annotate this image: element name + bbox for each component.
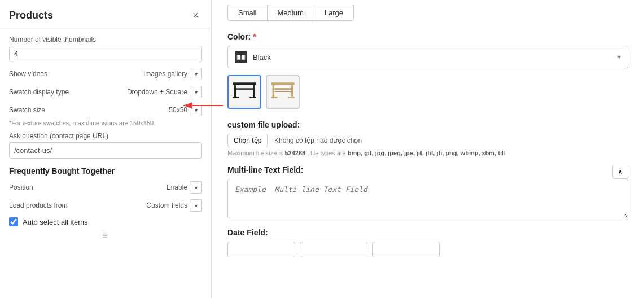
ask-question-field: Ask question (contact page URL) (9, 132, 202, 159)
size-large-button[interactable]: Large (314, 5, 354, 21)
panel-content: Number of visible thumbnails Show videos… (0, 29, 211, 298)
custom-upload-label: custom file upload: (227, 120, 628, 129)
swatch-size-dropdown[interactable]: ▾ (190, 104, 202, 116)
multi-line-textarea[interactable] (227, 179, 628, 218)
swatch-size-label: Swatch size (9, 106, 45, 114)
thumbnails-field: Number of visible thumbnails (9, 36, 202, 62)
svg-rect-6 (234, 85, 236, 98)
texture-note: *For texture swatches, max dimensions ar… (9, 120, 202, 126)
auto-select-checkbox[interactable] (9, 217, 18, 226)
color-dropdown-arrow-icon: ▾ (617, 53, 621, 61)
date-inputs-row (227, 242, 628, 257)
right-panel: Small Medium Large Color: * Black ▾ (212, 0, 644, 298)
swatch-display-right: Dropdown + Square ▾ (127, 86, 202, 98)
svg-rect-15 (288, 97, 295, 98)
svg-rect-5 (233, 82, 256, 85)
ask-question-input[interactable] (9, 142, 202, 159)
show-videos-dropdown[interactable]: ▾ (190, 68, 202, 80)
show-videos-right: Images gallery ▾ (143, 68, 202, 80)
svg-rect-4 (236, 52, 246, 55)
position-value: Enable (167, 183, 187, 191)
swatch-display-label: Swatch display type (9, 88, 69, 96)
file-size: 524288 (284, 150, 305, 156)
swatch-display-dropdown[interactable]: ▾ (190, 86, 202, 98)
frequently-bought-title: Frequently Bought Together (9, 166, 202, 176)
load-products-row: Load products from Custom fields ▾ (9, 199, 202, 212)
load-products-right: Custom fields ▾ (146, 199, 202, 212)
color-select[interactable]: Black ▾ (227, 46, 628, 68)
show-videos-label: Show videos (9, 70, 47, 78)
ask-question-label: Ask question (contact page URL) (9, 132, 202, 140)
svg-rect-11 (271, 82, 295, 85)
swatch-display-value: Dropdown + Square (127, 88, 187, 96)
file-types: bmp, gif, jpg, jpeg, jpe, jif, jfif, jfi… (348, 150, 506, 156)
file-info: Maximum file size is 524288 , file types… (227, 150, 628, 156)
auto-select-row: Auto select all items (9, 217, 202, 226)
position-dropdown[interactable]: ▾ (190, 181, 202, 194)
close-button[interactable]: × (189, 9, 202, 21)
show-videos-row: Show videos Images gallery ▾ (9, 68, 202, 80)
load-products-label: Load products from (9, 201, 67, 209)
thumbnails-label: Number of visible thumbnails (9, 36, 202, 43)
position-label: Position (9, 183, 33, 191)
product-thumb-1[interactable] (227, 75, 261, 109)
auto-select-label: Auto select all items (23, 218, 88, 226)
swatch-size-right: 50x50 ▾ (169, 104, 202, 116)
product-images-row (227, 75, 628, 109)
svg-rect-9 (249, 97, 256, 98)
upload-row: Chọn tệp Không có tệp nào được chọn (227, 134, 628, 147)
multi-line-label: Multi-line Text Field: (227, 165, 628, 174)
date-field-label: Date Field: (227, 228, 628, 237)
load-products-value: Custom fields (146, 201, 187, 209)
required-star: * (253, 32, 256, 41)
date-input-3[interactable] (372, 242, 440, 257)
swatch-display-row: Swatch display type Dropdown + Square ▾ (9, 86, 202, 98)
svg-rect-16 (273, 91, 293, 92)
date-input-2[interactable] (300, 242, 367, 257)
load-products-dropdown[interactable]: ▾ (190, 199, 202, 212)
show-videos-value: Images gallery (143, 70, 187, 78)
size-small-button[interactable]: Small (227, 5, 267, 21)
panel-header: Products × (0, 0, 211, 29)
panel-title: Products (9, 10, 53, 21)
date-input-1[interactable] (227, 242, 295, 257)
svg-rect-7 (253, 85, 255, 98)
left-panel: Products × Number of visible thumbnails … (0, 0, 212, 298)
swatch-size-row: Swatch size 50x50 ▾ (9, 104, 202, 116)
product-thumb-2[interactable] (266, 75, 300, 109)
size-medium-button[interactable]: Medium (267, 5, 314, 21)
swatch-size-value: 50x50 (169, 106, 187, 114)
position-row: Position Enable ▾ (9, 181, 202, 194)
svg-rect-17 (273, 88, 293, 90)
color-swatch-icon (235, 51, 247, 63)
multi-line-section: Multi-line Text Field: ∧ (227, 165, 628, 220)
thumbnails-input[interactable] (9, 46, 202, 62)
collapse-button[interactable]: ∧ (612, 165, 628, 179)
color-label: Color: * (227, 32, 628, 41)
svg-rect-8 (233, 97, 239, 98)
no-file-text: Không có tệp nào được chọn (274, 137, 362, 144)
position-right: Enable ▾ (167, 181, 202, 194)
size-toggle-row: Small Medium Large (227, 5, 628, 21)
custom-upload-section: custom file upload: Chọn tệp Không có tệ… (227, 120, 628, 156)
color-name: Black (253, 53, 617, 62)
drag-handle: ≡ (9, 231, 202, 241)
svg-rect-14 (271, 97, 278, 98)
choose-file-button[interactable]: Chọn tệp (227, 134, 268, 147)
svg-rect-10 (234, 88, 255, 90)
